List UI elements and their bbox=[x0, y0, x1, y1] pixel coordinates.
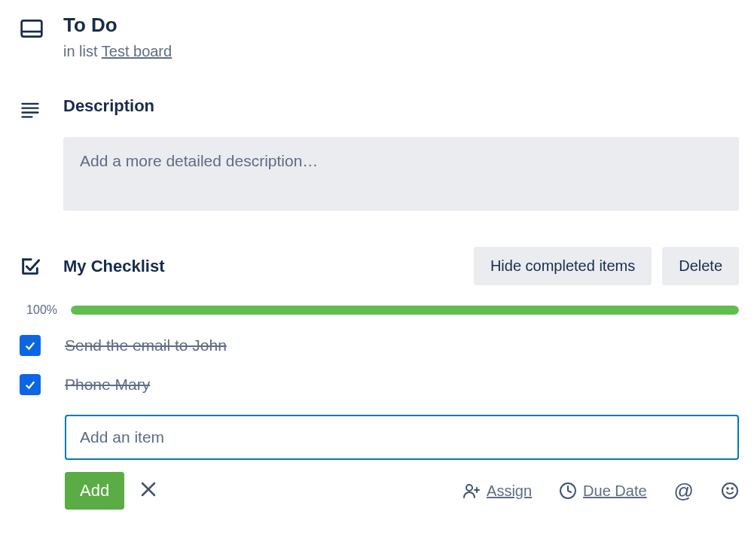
mention-button[interactable]: @ bbox=[674, 479, 694, 503]
delete-checklist-button[interactable]: Delete bbox=[662, 247, 739, 285]
card-title[interactable]: To Do bbox=[63, 14, 739, 37]
svg-rect-0 bbox=[22, 20, 42, 36]
description-heading: Description bbox=[63, 96, 739, 116]
add-item-input[interactable] bbox=[65, 415, 739, 460]
emoji-button[interactable] bbox=[721, 482, 739, 500]
checkbox[interactable] bbox=[20, 374, 41, 395]
clock-icon bbox=[559, 482, 577, 500]
svg-point-12 bbox=[722, 483, 737, 498]
checklist-item[interactable]: Send the email to John bbox=[20, 335, 739, 356]
hide-completed-button[interactable]: Hide completed items bbox=[474, 247, 652, 285]
mention-icon: @ bbox=[674, 479, 694, 503]
description-icon bbox=[20, 99, 41, 120]
svg-point-14 bbox=[731, 488, 733, 489]
due-date-button[interactable]: Due Date bbox=[559, 482, 647, 500]
card-subtitle: in list Test board bbox=[63, 43, 739, 60]
checklist-item-text: Send the email to John bbox=[65, 336, 227, 355]
card-icon bbox=[20, 17, 44, 41]
svg-point-8 bbox=[466, 485, 472, 491]
close-icon[interactable] bbox=[139, 478, 157, 504]
assign-icon bbox=[462, 482, 481, 500]
description-input[interactable]: Add a more detailed description… bbox=[63, 137, 739, 211]
emoji-icon bbox=[721, 482, 739, 500]
progress-bar bbox=[71, 306, 739, 315]
list-link[interactable]: Test board bbox=[102, 43, 172, 59]
checklist-icon bbox=[20, 256, 41, 277]
checklist-item-text: Phone Mary bbox=[65, 376, 150, 394]
svg-point-13 bbox=[727, 488, 728, 489]
checklist-title[interactable]: My Checklist bbox=[63, 257, 165, 276]
checklist-item[interactable]: Phone Mary bbox=[20, 374, 739, 395]
assign-button[interactable]: Assign bbox=[462, 482, 532, 500]
checkbox[interactable] bbox=[20, 335, 41, 356]
add-button[interactable]: Add bbox=[65, 472, 124, 510]
progress-percent: 100% bbox=[20, 303, 57, 317]
